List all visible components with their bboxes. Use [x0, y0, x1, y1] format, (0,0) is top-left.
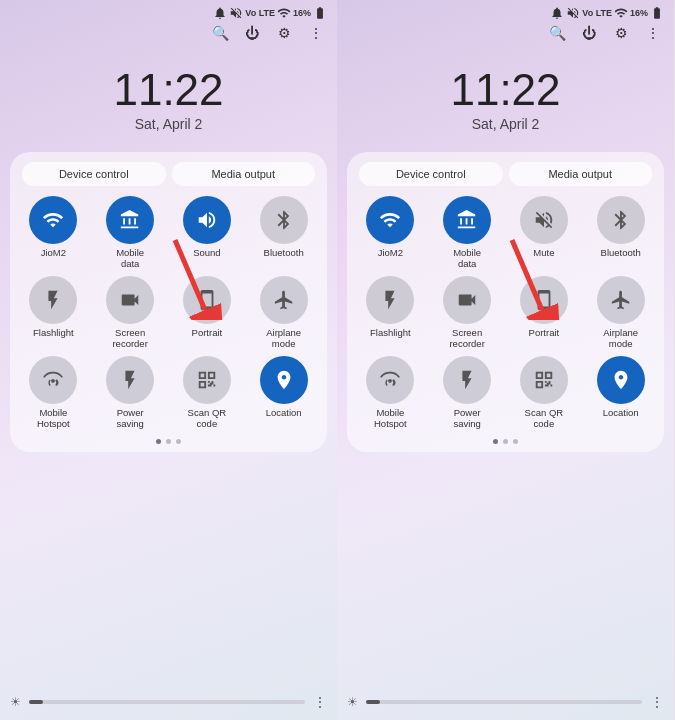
bluetooth-icon-right — [597, 196, 645, 244]
toggle-powersaving-left[interactable]: Powersaving — [95, 356, 166, 430]
toggle-bluetooth-right[interactable]: Bluetooth — [585, 196, 656, 270]
toggle-location-left[interactable]: Location — [248, 356, 319, 430]
brightness-slider-left[interactable] — [29, 700, 305, 704]
label-scanqr-right: Scan QRcode — [525, 407, 564, 430]
tab-media-output-left[interactable]: Media output — [172, 162, 316, 186]
wifi-icon-right — [366, 196, 414, 244]
qs-top-icons-right: 🔍 ⏻ ⚙ ⋮ — [337, 22, 674, 48]
label-hotspot-left: MobileHotspot — [37, 407, 70, 430]
label-mobiledata-right: Mobiledata — [453, 247, 481, 270]
mobiledata-icon-right — [443, 196, 491, 244]
status-icons-left: Vo LTE 16% — [213, 6, 327, 20]
power-icon-right[interactable]: ⏻ — [580, 24, 598, 42]
clock-date-left: Sat, April 2 — [0, 116, 337, 132]
flashlight-icon-left — [29, 276, 77, 324]
location-icon-left — [260, 356, 308, 404]
bottom-bar-right: ☀ ⋮ — [347, 694, 664, 710]
tab-media-output-right[interactable]: Media output — [509, 162, 653, 186]
label-location-left: Location — [266, 407, 302, 418]
clock-area-left: 11:22 Sat, April 2 — [0, 48, 337, 142]
search-icon-right[interactable]: 🔍 — [548, 24, 566, 42]
phone-panel-left: Vo LTE 16% 🔍 ⏻ ⚙ ⋮ 11:22 Sat, April 2 De… — [0, 0, 337, 720]
label-portrait-right: Portrait — [529, 327, 560, 338]
clock-area-right: 11:22 Sat, April 2 — [337, 48, 674, 142]
toggle-hotspot-right[interactable]: MobileHotspot — [355, 356, 426, 430]
search-icon-left[interactable]: 🔍 — [211, 24, 229, 42]
toggle-bluetooth-left[interactable]: Bluetooth — [248, 196, 319, 270]
location-icon-right — [597, 356, 645, 404]
label-bluetooth-left: Bluetooth — [264, 247, 304, 258]
label-airplane-left: Airplanemode — [266, 327, 301, 350]
label-mobiledata-left: Mobiledata — [116, 247, 144, 270]
clock-time-left: 11:22 — [0, 68, 337, 112]
label-location-right: Location — [603, 407, 639, 418]
qs-tabs-right: Device control Media output — [355, 162, 656, 186]
toggle-airplane-left[interactable]: Airplanemode — [248, 276, 319, 350]
dot-3-right — [513, 439, 518, 444]
bottom-more-icon-right[interactable]: ⋮ — [650, 694, 664, 710]
label-flashlight-right: Flashlight — [370, 327, 411, 338]
bottom-more-icon-left[interactable]: ⋮ — [313, 694, 327, 710]
brightness-low-icon-left: ☀ — [10, 695, 21, 709]
dots-indicator-left — [18, 439, 319, 444]
more-icon-right[interactable]: ⋮ — [644, 24, 662, 42]
toggle-scanqr-right[interactable]: Scan QRcode — [509, 356, 580, 430]
screenrecorder-icon-right — [443, 276, 491, 324]
screenrecorder-icon-left — [106, 276, 154, 324]
clock-date-right: Sat, April 2 — [337, 116, 674, 132]
bluetooth-icon-left — [260, 196, 308, 244]
label-bluetooth-right: Bluetooth — [601, 247, 641, 258]
label-portrait-left: Portrait — [192, 327, 223, 338]
toggle-jiom2-right[interactable]: JioM2 — [355, 196, 426, 270]
status-bar-right: Vo LTE 16% — [337, 0, 674, 22]
dot-2-right — [503, 439, 508, 444]
tab-device-control-right[interactable]: Device control — [359, 162, 503, 186]
hotspot-icon-right — [366, 356, 414, 404]
dot-1-left — [156, 439, 161, 444]
settings-icon-right[interactable]: ⚙ — [612, 24, 630, 42]
dots-indicator-right — [355, 439, 656, 444]
label-screenrecorder-right: Screenrecorder — [449, 327, 484, 350]
status-icons-right: Vo LTE 16% — [550, 6, 664, 20]
dot-3-left — [176, 439, 181, 444]
brightness-slider-right[interactable] — [366, 700, 642, 704]
label-scanqr-left: Scan QRcode — [188, 407, 227, 430]
svg-line-1 — [175, 240, 205, 310]
powersaving-icon-right — [443, 356, 491, 404]
airplane-icon-right — [597, 276, 645, 324]
dot-1-right — [493, 439, 498, 444]
toggle-flashlight-right[interactable]: Flashlight — [355, 276, 426, 350]
toggle-powersaving-right[interactable]: Powersaving — [432, 356, 503, 430]
settings-icon-left[interactable]: ⚙ — [275, 24, 293, 42]
label-powersaving-left: Powersaving — [116, 407, 143, 430]
toggle-airplane-right[interactable]: Airplanemode — [585, 276, 656, 350]
label-jiom2-right: JioM2 — [378, 247, 403, 258]
mobiledata-icon-left — [106, 196, 154, 244]
phone-panel-right: Vo LTE 16% 🔍 ⏻ ⚙ ⋮ 11:22 Sat, April 2 De… — [337, 0, 674, 720]
toggle-flashlight-left[interactable]: Flashlight — [18, 276, 89, 350]
toggle-scanqr-left[interactable]: Scan QRcode — [172, 356, 243, 430]
status-bar-left: Vo LTE 16% — [0, 0, 337, 22]
dot-2-left — [166, 439, 171, 444]
toggle-jiom2-left[interactable]: JioM2 — [18, 196, 89, 270]
label-jiom2-left: JioM2 — [41, 247, 66, 258]
red-arrow-right — [492, 235, 562, 320]
label-hotspot-right: MobileHotspot — [374, 407, 407, 430]
wifi-icon-left — [29, 196, 77, 244]
tab-device-control-left[interactable]: Device control — [22, 162, 166, 186]
red-arrow-left — [155, 235, 225, 320]
label-airplane-right: Airplanemode — [603, 327, 638, 350]
bottom-bar-left: ☀ ⋮ — [10, 694, 327, 710]
label-flashlight-left: Flashlight — [33, 327, 74, 338]
clock-time-right: 11:22 — [337, 68, 674, 112]
flashlight-icon-right — [366, 276, 414, 324]
more-icon-left[interactable]: ⋮ — [307, 24, 325, 42]
power-icon-left[interactable]: ⏻ — [243, 24, 261, 42]
qr-icon-left — [183, 356, 231, 404]
qr-icon-right — [520, 356, 568, 404]
label-powersaving-right: Powersaving — [453, 407, 480, 430]
toggle-hotspot-left[interactable]: MobileHotspot — [18, 356, 89, 430]
powersaving-icon-left — [106, 356, 154, 404]
label-screenrecorder-left: Screenrecorder — [112, 327, 147, 350]
toggle-location-right[interactable]: Location — [585, 356, 656, 430]
